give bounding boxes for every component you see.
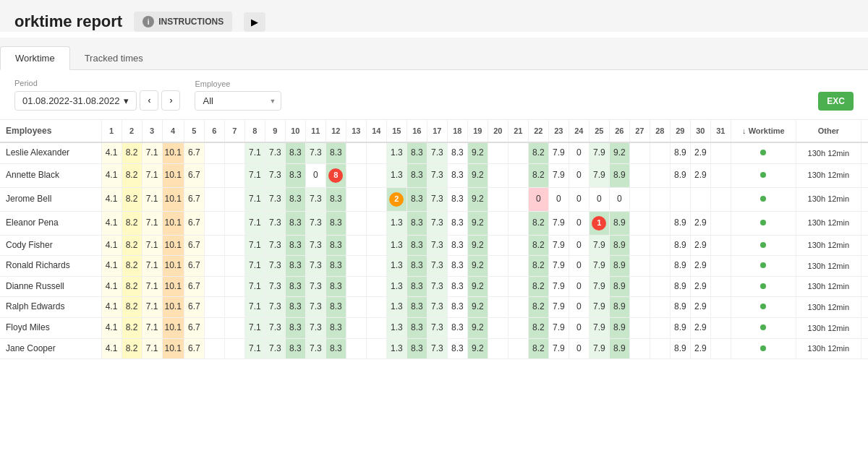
table-row: Floyd Miles4.18.27.110.16.77.17.38.37.38… <box>0 317 868 338</box>
date-range-input[interactable]: 01.08.2022-31.08.2022 ▾ <box>14 91 137 111</box>
day-cell-12: 8.3 <box>326 187 346 211</box>
day-cell-4: 10.1 <box>162 211 184 235</box>
other-value: 150h <box>861 276 868 297</box>
day-cell-18: 8.3 <box>447 187 467 211</box>
day-cell-14 <box>366 235 386 256</box>
day-cell-11: 7.3 <box>305 276 326 297</box>
day-cell-10: 8.3 <box>285 256 305 277</box>
col-day-14: 14 <box>366 120 386 142</box>
day-cell-31 <box>710 163 731 187</box>
day-cell-3: 7.1 <box>142 187 162 211</box>
day-cell-24: 0 <box>569 256 589 277</box>
day-cell-6 <box>204 276 224 297</box>
table-row: Ronald Richards4.18.27.110.16.77.17.38.3… <box>0 256 868 277</box>
employee-name: Dianne Russell <box>0 276 101 297</box>
day-cell-13 <box>346 276 366 297</box>
day-cell-14 <box>366 317 386 338</box>
play-button[interactable]: ▶ <box>244 12 265 32</box>
day-cell-6 <box>204 338 224 359</box>
table-row: Jerome Bell4.18.27.110.16.77.17.38.37.38… <box>0 187 868 211</box>
day-cell-10: 8.3 <box>285 163 305 187</box>
day-cell-13 <box>346 256 366 277</box>
status-dot <box>731 256 796 277</box>
day-cell-16: 8.3 <box>407 211 427 235</box>
day-cell-5: 6.7 <box>184 276 204 297</box>
day-cell-31 <box>710 256 731 277</box>
day-cell-10: 8.3 <box>285 317 305 338</box>
export-button[interactable]: EXC <box>818 92 854 111</box>
next-period-button[interactable]: › <box>161 90 180 111</box>
day-cell-23: 7.9 <box>548 235 569 256</box>
day-cell-22: 8.2 <box>528 211 548 235</box>
col-worktime: ↓ Worktime <box>731 120 796 142</box>
col-day-3: 3 <box>142 120 162 142</box>
day-cell-23: 7.9 <box>548 297 569 318</box>
day-cell-2: 8.2 <box>122 163 142 187</box>
employee-select[interactable]: All <box>195 91 281 111</box>
day-cell-29: 8.9 <box>670 211 690 235</box>
day-cell-8: 7.1 <box>244 142 265 163</box>
status-dot <box>731 235 796 256</box>
day-cell-6 <box>204 235 224 256</box>
day-cell-27 <box>629 276 650 297</box>
day-cell-4: 10.1 <box>162 187 184 211</box>
day-cell-29: 8.9 <box>670 317 690 338</box>
day-cell-28 <box>650 317 670 338</box>
day-cell-26: 8.9 <box>609 338 629 359</box>
day-cell-14 <box>366 142 386 163</box>
day-cell-23: 0 <box>548 187 569 211</box>
day-cell-15: 1.3 <box>386 163 407 187</box>
col-day-17: 17 <box>427 120 447 142</box>
day-cell-19: 9.2 <box>467 338 488 359</box>
day-cell-14 <box>366 256 386 277</box>
tab-tracked-times[interactable]: Tracked times <box>70 46 158 69</box>
day-cell-3: 7.1 <box>142 338 162 359</box>
other-value: 150h <box>861 211 868 235</box>
day-cell-30: 2.9 <box>690 163 710 187</box>
day-cell-19: 9.2 <box>467 163 488 187</box>
day-cell-3: 7.1 <box>142 256 162 277</box>
day-cell-12: 8.3 <box>326 317 346 338</box>
col-other: Other <box>796 120 861 142</box>
employee-label: Employee <box>195 79 281 88</box>
day-cell-5: 6.7 <box>184 211 204 235</box>
day-cell-1: 4.1 <box>101 142 122 163</box>
day-cell-4: 10.1 <box>162 338 184 359</box>
worktime-value: 130h 12min <box>796 163 861 187</box>
day-cell-10: 8.3 <box>285 276 305 297</box>
day-cell-12: 8.3 <box>326 142 346 163</box>
day-cell-30 <box>690 187 710 211</box>
day-cell-21 <box>508 211 528 235</box>
day-cell-1: 4.1 <box>101 187 122 211</box>
day-cell-26: 8.9 <box>609 163 629 187</box>
day-cell-25: 7.9 <box>589 276 609 297</box>
tab-worktime[interactable]: Worktime <box>0 46 70 70</box>
day-cell-22: 8.2 <box>528 163 548 187</box>
day-cell-30: 2.9 <box>690 276 710 297</box>
day-cell-20 <box>488 297 508 318</box>
day-cell-19: 9.2 <box>467 235 488 256</box>
day-cell-6 <box>204 211 224 235</box>
day-cell-19: 9.2 <box>467 256 488 277</box>
green-dot-icon <box>760 283 766 289</box>
day-cell-14 <box>366 211 386 235</box>
status-dot <box>731 142 796 163</box>
prev-period-button[interactable]: ‹ <box>140 90 158 111</box>
day-cell-7 <box>224 317 244 338</box>
employee-name: Leslie Alexander <box>0 142 101 163</box>
day-cell-20 <box>488 187 508 211</box>
col-day-24: 24 <box>569 120 589 142</box>
day-cell-17: 7.3 <box>427 338 447 359</box>
day-cell-5: 6.7 <box>184 256 204 277</box>
col-day-4: 4 <box>162 120 184 142</box>
day-cell-10: 8.3 <box>285 297 305 318</box>
status-dot <box>731 276 796 297</box>
table-row: Annette Black4.18.27.110.16.77.17.38.308… <box>0 163 868 187</box>
day-cell-21 <box>508 338 528 359</box>
day-cell-23: 7.9 <box>548 276 569 297</box>
day-cell-9: 7.3 <box>265 211 285 235</box>
instructions-button[interactable]: i INSTRUCTIONS <box>134 12 232 32</box>
worktime-value: 130h 12min <box>796 211 861 235</box>
day-cell-2: 8.2 <box>122 338 142 359</box>
badge: 2 <box>389 192 404 207</box>
